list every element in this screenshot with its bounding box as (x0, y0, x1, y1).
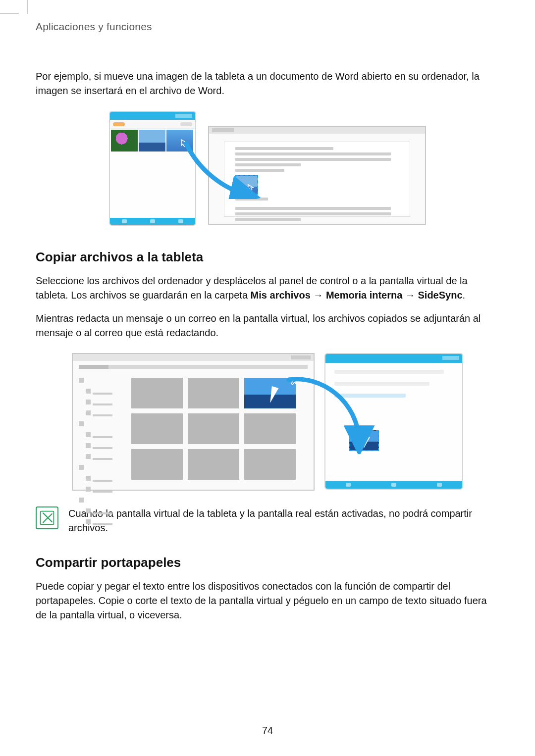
note-icon (36, 506, 58, 529)
note-text: Cuando la pantalla virtual de la tableta… (68, 506, 499, 535)
copy-files-p1: Seleccione los archivos del ordenador y … (36, 274, 499, 302)
illustration-drag-to-word (109, 111, 426, 230)
tablet-mock-2 (324, 353, 463, 490)
heading-share-clipboard: Compartir portapapeles (36, 555, 499, 570)
tablet-mock (109, 111, 196, 226)
heading-copy-files: Copiar archivos a la tableta (36, 250, 499, 265)
page-number: 74 (0, 725, 535, 736)
thumb-flower (111, 130, 138, 151)
running-header: Aplicaciones y funciones (36, 0, 499, 33)
share-clipboard-p1: Puede copiar y pegar el texto entre los … (36, 579, 499, 622)
thumb-sky (166, 130, 193, 151)
thumb-sea (139, 130, 165, 151)
drop-target-2 (349, 430, 379, 451)
explorer-window-mock (72, 353, 315, 491)
copy-files-p1-post: . (463, 290, 466, 301)
word-window-mock (208, 126, 426, 225)
drop-target (235, 175, 258, 195)
photo-source (244, 378, 296, 408)
copy-files-p1-bold: Mis archivos → Memoria interna → SideSyn… (251, 290, 463, 301)
illustration-drag-to-tablet (72, 353, 463, 492)
copy-files-p2: Mientras redacta un mensaje o un correo … (36, 311, 499, 340)
intro-paragraph: Por ejemplo, si mueve una imagen de la t… (36, 69, 499, 98)
